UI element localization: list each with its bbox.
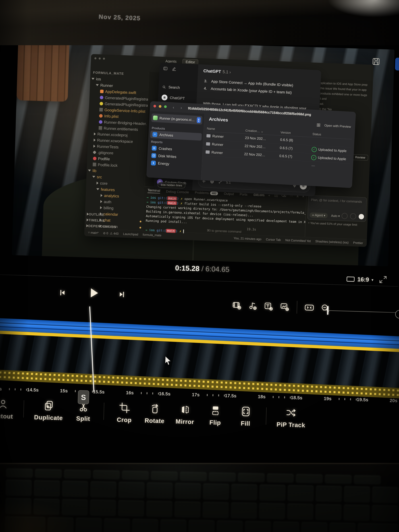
key[interactable] [62, 499, 88, 515]
key[interactable] [301, 522, 327, 532]
key[interactable] [104, 518, 130, 532]
add-audio-icon[interactable] [248, 301, 258, 311]
chat-input[interactable]: Plan, @ for context, / for commands ∞ Ag… [307, 195, 367, 222]
rotate-button[interactable]: Rotate [145, 403, 165, 424]
save-button[interactable] [372, 57, 380, 66]
key[interactable] [344, 486, 370, 503]
snap-icon[interactable] [304, 303, 314, 313]
mic-icon[interactable] [350, 213, 356, 219]
keyboard[interactable] [5, 469, 394, 532]
key[interactable] [132, 519, 158, 532]
fullscreen-icon[interactable] [379, 275, 387, 284]
duplicate-button[interactable]: Duplicate [34, 399, 63, 422]
key[interactable] [273, 521, 299, 532]
key[interactable] [296, 474, 323, 483]
zoom-out-icon[interactable] [320, 303, 330, 313]
column-header[interactable]: Creation… ⌄ [245, 129, 281, 134]
key[interactable] [238, 473, 265, 482]
key[interactable] [122, 471, 149, 480]
key[interactable] [64, 469, 91, 479]
zoom-slider[interactable] [323, 310, 396, 313]
key[interactable] [180, 472, 207, 481]
key[interactable] [90, 500, 116, 516]
project-item[interactable]: formula_mate [143, 233, 161, 237]
prev-frame-button[interactable] [58, 289, 66, 297]
open-with-preview-button[interactable]: Open with Preview [324, 124, 351, 129]
key[interactable] [354, 475, 381, 484]
fill-button[interactable]: Fill [235, 405, 256, 427]
key[interactable] [93, 470, 120, 480]
statusbar-item[interactable]: Shashies (wireless) (ios) [315, 239, 348, 244]
sidebar-search[interactable]: Search [162, 85, 180, 90]
key[interactable] [259, 503, 285, 519]
key[interactable] [343, 505, 370, 521]
key[interactable] [146, 500, 172, 517]
add-overlay-icon[interactable] [279, 302, 290, 312]
image-icon[interactable] [342, 213, 348, 219]
key[interactable] [33, 499, 60, 515]
key[interactable] [175, 501, 201, 518]
key[interactable] [288, 485, 314, 501]
key[interactable] [329, 523, 355, 532]
traffic-lights[interactable] [153, 105, 170, 109]
sidebar-chatgpt[interactable]: ChatGPT [161, 95, 185, 101]
key[interactable] [62, 481, 88, 497]
key[interactable] [209, 472, 236, 481]
key[interactable] [5, 498, 32, 514]
key[interactable] [287, 503, 313, 520]
key[interactable] [90, 481, 116, 498]
compose-icon[interactable] [172, 66, 177, 71]
key[interactable] [325, 475, 352, 484]
key[interactable] [151, 471, 178, 481]
flip-button[interactable]: Flip [205, 405, 226, 426]
play-button[interactable] [87, 286, 101, 300]
window-controls[interactable] [95, 57, 107, 60]
send-button[interactable] [359, 214, 364, 219]
key[interactable] [203, 502, 229, 518]
key[interactable] [203, 483, 229, 500]
key[interactable] [47, 517, 74, 532]
next-frame-button[interactable] [118, 291, 126, 298]
model-dropdown[interactable]: Auto ▾ [331, 214, 340, 218]
key[interactable] [6, 469, 33, 478]
key[interactable] [5, 516, 45, 532]
aspect-ratio-dropdown[interactable]: 16:9▾ [346, 276, 374, 283]
key[interactable] [231, 502, 257, 519]
key[interactable] [160, 519, 186, 532]
chatgpt-model-header[interactable]: ChatGPT5.1 › [203, 69, 231, 75]
crop-button[interactable]: Crop [114, 402, 135, 424]
key[interactable] [76, 518, 102, 532]
cutout-button[interactable]: Cutout [0, 398, 13, 420]
key[interactable] [316, 486, 342, 502]
key[interactable] [34, 480, 60, 497]
mirror-button[interactable]: Mirror [175, 404, 195, 425]
key[interactable] [35, 469, 62, 478]
statusbar-item[interactable]: Prettier [353, 241, 363, 245]
zoom-slider-handle[interactable] [327, 306, 329, 315]
export-button[interactable] [395, 57, 399, 71]
statusbar-item[interactable]: You, 21 minutes ago [234, 236, 261, 241]
key[interactable] [245, 521, 271, 532]
add-media-icon[interactable] [232, 300, 242, 310]
nav-back-forward[interactable]: ‹ › [173, 105, 185, 110]
key[interactable] [259, 485, 285, 501]
problems-count[interactable]: ⊘ 0 ⚠ 443 [103, 231, 119, 235]
sidebar-toggle-icon[interactable] [163, 66, 168, 71]
hidden-lines-pill[interactable]: 656 hidden lines [158, 182, 185, 188]
key[interactable] [231, 484, 257, 500]
key[interactable] [267, 474, 294, 483]
agent-mode-dropdown[interactable]: ∞ Agent ▾ [310, 212, 328, 218]
key[interactable] [189, 520, 215, 532]
scheme-selector[interactable]: Runner (in.garoono.xisheetal) ▲▼ [151, 114, 203, 125]
grid-icon[interactable] [316, 123, 321, 127]
key[interactable] [372, 487, 398, 503]
key[interactable] [146, 482, 173, 499]
column-header[interactable]: Status [312, 132, 352, 138]
add-text-icon[interactable] [264, 301, 274, 311]
column-header[interactable]: Version [280, 130, 313, 136]
key[interactable] [315, 504, 342, 520]
zoom-in-icon[interactable] [395, 310, 399, 319]
column-header[interactable]: Name [207, 127, 246, 132]
statusbar-item[interactable]: Not Committed Yet [285, 238, 311, 243]
key[interactable] [358, 523, 398, 532]
